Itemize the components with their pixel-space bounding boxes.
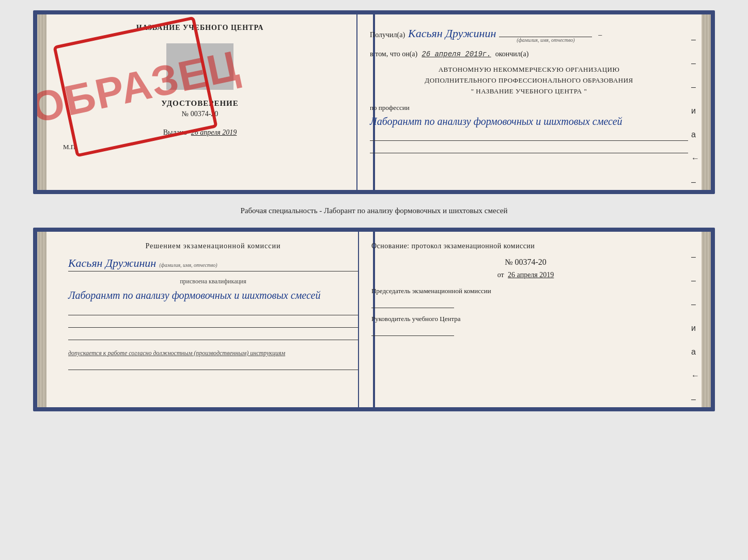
- profession-handwritten: Лаборанмт по анализу формовочных и шихто…: [370, 114, 688, 129]
- bar-arrow: ←: [691, 154, 699, 163]
- spine-right-decoration: [702, 14, 711, 190]
- ot-date: 26 апреля 2019: [508, 271, 554, 279]
- org-block: АВТОНОМНУЮ НЕКОММЕРЧЕСКУЮ ОРГАНИЗАЦИЮ ДО…: [370, 65, 688, 97]
- osnovanie-text: Основание: протокол экзаменационной коми…: [371, 242, 680, 250]
- ot-label: от: [497, 271, 504, 279]
- bottom-fio-hint: (фамилия, имя, отчество): [159, 262, 217, 268]
- bar-3: –: [691, 83, 699, 92]
- ot-line: от 26 апреля 2019: [371, 271, 680, 279]
- bar-и: и: [691, 106, 699, 116]
- bar-b2: –: [691, 276, 699, 285]
- dopuskaetsya-label: допускается к: [68, 349, 106, 357]
- predsedatel-label: Председатель экзаменационной комиссии: [371, 286, 680, 296]
- right-bars: – – – и а ← – –: [691, 35, 699, 194]
- org-line1: АВТОНОМНУЮ НЕКОММЕРЧЕСКУЮ ОРГАНИЗАЦИЮ: [370, 65, 688, 75]
- vydano-date: 26 апреля 2019: [191, 129, 237, 136]
- poluchil-line: Получил(a) Касьян Дружинин (фамилия, имя…: [370, 27, 688, 43]
- udostoverenie-number: № 00374-20: [182, 110, 219, 118]
- bar-b1: –: [691, 252, 699, 262]
- vtom-line: в том, что он(а) 26 апреля 2019г. окончи…: [370, 50, 688, 58]
- top-doc-left-panel: НАЗВАНИЕ УЧЕБНОГО ЦЕНТРА УДОСТОВЕРЕНИЕ №…: [37, 14, 357, 190]
- bar-1: –: [691, 35, 699, 44]
- bottom-document: Решением экзаменационной комиссии Касьян…: [33, 228, 715, 411]
- po-professii-label: по профессии: [370, 104, 688, 112]
- name-row: Касьян Дружинин (фамилия, имя, отчество): [68, 257, 358, 271]
- vydano-line: Выдано 26 апреля 2019: [163, 129, 237, 137]
- org-line3: " НАЗВАНИЕ УЧЕБНОГО ЦЕНТРА ": [370, 86, 688, 97]
- spine-right-decoration-2: [702, 232, 711, 407]
- fio-hint: (фамилия, имя, отчество): [517, 37, 574, 43]
- top-document: НАЗВАНИЕ УЧЕБНОГО ЦЕНТРА УДОСТОВЕРЕНИЕ №…: [33, 10, 715, 194]
- bar-а: а: [691, 130, 699, 139]
- prisvoena-label: присвоена квалификация: [68, 278, 358, 285]
- org-line2: ДОПОЛНИТЕЛЬНОГО ПРОФЕССИОНАЛЬНОГО ОБРАЗО…: [370, 75, 688, 86]
- vtom-label: в том, что он(а): [370, 50, 417, 58]
- rukovoditel-label: Руководитель учебного Центра: [371, 314, 680, 324]
- bar-4: –: [691, 178, 699, 187]
- right-bars-bottom: – – – и а ← – –: [691, 252, 699, 411]
- dopuskaetsya-line: допускается к работе согласно должностны…: [68, 348, 358, 358]
- bottom-underline-1: [68, 306, 358, 315]
- resheniyem-label: Решением экзаменационной комиссии: [68, 242, 358, 250]
- top-doc-right-panel: Получил(a) Касьян Дружинин (фамилия, имя…: [357, 14, 711, 190]
- specialty-line: Рабочая специальность - Лаборант по анал…: [240, 206, 507, 215]
- bottom-underline-4: [68, 361, 358, 370]
- mp-line: М.П.: [63, 143, 77, 151]
- udostoverenie-title: УДОСТОВЕРЕНИЕ: [161, 99, 239, 108]
- qualification-handwritten: Лаборанмт по анализу формовочных и шихто…: [68, 287, 358, 303]
- vydano-label: Выдано: [163, 129, 188, 136]
- recipient-name: Касьян Дружинин: [408, 27, 496, 40]
- okonchil-label: окончил(а): [495, 50, 529, 58]
- bar-bа: а: [691, 347, 699, 357]
- bar-bи: и: [691, 324, 699, 333]
- school-name-title: НАЗВАНИЕ УЧЕБНОГО ЦЕНТРА: [136, 24, 263, 32]
- bar-b3: –: [691, 300, 699, 309]
- underline-2: [370, 144, 688, 153]
- bottom-underline-2: [68, 318, 358, 328]
- bar-b4: –: [691, 395, 699, 404]
- completed-date: 26 апреля 2019г.: [422, 50, 491, 58]
- bar-2: –: [691, 59, 699, 68]
- bottom-recipient-name: Касьян Дружинин: [68, 257, 156, 270]
- underline-1: [370, 132, 688, 141]
- bottom-doc-left-panel: Решением экзаменационной комиссии Касьян…: [37, 232, 359, 407]
- dash-separator: –: [598, 31, 602, 39]
- bottom-doc-right-panel: Основание: протокол экзаменационной коми…: [359, 232, 711, 407]
- bottom-underline-3: [68, 331, 358, 340]
- bar-barrow: ←: [691, 371, 699, 380]
- dopuskaetsya-text: работе согласно должностным (производств…: [107, 349, 285, 357]
- protokol-number: № 00374-20: [371, 258, 680, 267]
- rukovoditel-signature-line: [371, 326, 454, 336]
- predsedatel-signature-line: [371, 298, 454, 308]
- photo-placeholder: [166, 43, 233, 90]
- poluchil-label: Получил(a): [370, 31, 405, 39]
